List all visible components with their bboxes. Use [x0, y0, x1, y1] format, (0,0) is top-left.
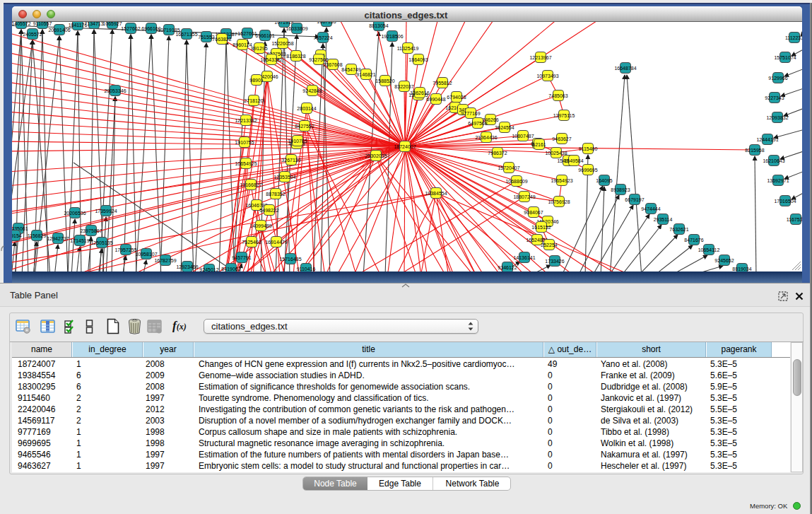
- svg-text:12923466: 12923466: [176, 264, 198, 269]
- svg-text:7625402: 7625402: [242, 240, 261, 245]
- svg-text:9227343: 9227343: [765, 95, 784, 100]
- svg-text:14099489: 14099489: [249, 223, 271, 228]
- svg-text:10756928: 10756928: [548, 199, 570, 204]
- svg-text:13975115: 13975115: [553, 113, 575, 118]
- svg-text:1733426: 1733426: [545, 259, 564, 264]
- svg-text:2367608: 2367608: [323, 62, 342, 67]
- svg-text:8419062: 8419062: [221, 267, 240, 271]
- svg-text:9115460: 9115460: [579, 146, 598, 151]
- svg-text:12353594: 12353594: [273, 175, 295, 180]
- svg-text:25302035: 25302035: [365, 153, 387, 158]
- svg-text:1156829: 1156829: [28, 233, 47, 238]
- svg-text:10654925: 10654925: [235, 161, 257, 166]
- svg-text:2718120: 2718120: [244, 98, 263, 103]
- svg-text:12942737: 12942737: [47, 236, 69, 241]
- svg-text:8813054: 8813054: [369, 23, 388, 28]
- svg-text:17359924: 17359924: [95, 209, 117, 214]
- svg-text:8427552: 8427552: [295, 124, 314, 129]
- svg-text:1112233: 1112233: [785, 35, 802, 40]
- svg-text:9327508: 9327508: [309, 57, 328, 62]
- svg-text:10688609: 10688609: [505, 179, 527, 184]
- svg-text:1864093: 1864093: [408, 57, 428, 62]
- svg-text:8322037: 8322037: [394, 84, 413, 89]
- svg-text:7485063: 7485063: [548, 93, 567, 98]
- svg-text:9457791: 9457791: [232, 255, 251, 260]
- svg-text:7663822: 7663822: [212, 37, 231, 42]
- svg-text:12505135: 12505135: [90, 240, 112, 245]
- svg-text:1362616: 1362616: [410, 90, 429, 95]
- svg-text:16033809: 16033809: [286, 26, 307, 31]
- svg-text:10973493: 10973493: [536, 74, 558, 78]
- svg-text:9146821: 9146821: [356, 72, 375, 77]
- svg-text:8878352: 8878352: [266, 192, 285, 197]
- svg-text:10025438: 10025438: [545, 151, 567, 156]
- svg-text:98901: 98901: [249, 78, 264, 83]
- svg-text:1910755: 1910755: [235, 140, 254, 145]
- svg-text:15751074: 15751074: [774, 55, 796, 60]
- svg-text:18807249: 18807249: [513, 194, 535, 199]
- svg-text:7857224: 7857224: [313, 35, 332, 40]
- svg-text:15716485: 15716485: [279, 257, 301, 262]
- svg-text:23975867: 23975867: [80, 228, 102, 233]
- svg-text:8960124: 8960124: [233, 42, 252, 47]
- svg-text:8938923: 8938923: [611, 187, 630, 192]
- svg-text:1527601: 1527601: [237, 31, 257, 36]
- svg-text:9110557: 9110557: [33, 22, 52, 26]
- svg-text:1405572: 1405572: [12, 22, 31, 26]
- svg-text:19384554: 19384554: [425, 191, 447, 196]
- svg-text:9110416: 9110416: [297, 267, 316, 271]
- svg-text:20206536: 20206536: [64, 211, 86, 216]
- svg-text:9699695: 9699695: [578, 168, 597, 173]
- svg-text:1527602: 1527602: [121, 26, 140, 31]
- svg-text:12213382: 12213382: [235, 118, 257, 123]
- svg-text:9245012: 9245012: [199, 267, 218, 272]
- svg-text:13692971: 13692971: [767, 178, 789, 183]
- svg-text:6497568: 6497568: [468, 121, 487, 126]
- svg-text:8186328: 8186328: [286, 54, 305, 59]
- svg-text:16648784: 16648784: [614, 66, 636, 71]
- svg-text:6794028: 6794028: [447, 95, 466, 100]
- svg-text:8819034: 8819034: [732, 267, 751, 271]
- svg-text:17957255: 17957255: [114, 247, 136, 252]
- svg-text:9129966: 9129966: [768, 76, 787, 81]
- svg-text:1910785: 1910785: [288, 139, 307, 144]
- svg-text:7632621: 7632621: [669, 227, 688, 232]
- svg-text:16671355: 16671355: [175, 32, 197, 37]
- svg-text:3624554: 3624554: [495, 125, 514, 130]
- svg-text:9084067: 9084067: [524, 210, 543, 215]
- svg-text:19218506: 19218506: [381, 34, 403, 39]
- svg-text:2405572: 2405572: [23, 32, 42, 37]
- svg-text:5498222: 5498222: [259, 208, 278, 213]
- svg-text:10654112: 10654112: [698, 247, 720, 252]
- svg-text:9242848: 9242848: [302, 88, 322, 93]
- svg-text:9777169: 9777169: [461, 111, 480, 116]
- svg-text:1714519: 1714519: [70, 238, 89, 243]
- svg-text:14136141: 14136141: [513, 255, 535, 260]
- svg-text:252254: 252254: [541, 243, 557, 247]
- svg-text:12093832: 12093832: [766, 115, 788, 120]
- svg-text:1549584: 1549584: [564, 158, 583, 163]
- svg-text:1167534: 1167534: [787, 217, 802, 222]
- svg-text:10807487: 10807487: [512, 134, 534, 139]
- svg-text:8471676: 8471676: [684, 238, 703, 243]
- svg-text:164095: 164095: [596, 178, 612, 183]
- svg-text:16914479: 16914479: [265, 240, 287, 245]
- svg-text:21364436: 21364436: [475, 135, 497, 140]
- svg-text:6966161: 6966161: [255, 33, 274, 38]
- svg-text:18724007: 18724007: [394, 144, 416, 149]
- svg-text:9463627: 9463627: [552, 136, 571, 141]
- svg-text:39154: 39154: [12, 233, 22, 238]
- svg-text:15720407: 15720407: [498, 165, 519, 170]
- svg-text:12213967: 12213967: [529, 55, 551, 60]
- svg-text:9474444: 9474444: [641, 206, 660, 211]
- svg-text:19654923: 19654923: [551, 178, 572, 183]
- svg-text:8454749: 8454749: [341, 67, 360, 72]
- svg-text:8215958: 8215958: [745, 148, 764, 153]
- svg-text:1667135: 1667135: [317, 22, 336, 24]
- svg-text:7955812: 7955812: [433, 81, 452, 86]
- svg-text:15226058: 15226058: [271, 41, 293, 46]
- svg-text:1588520: 1588520: [375, 78, 394, 83]
- svg-text:12444191: 12444191: [756, 137, 778, 142]
- svg-text:3267130: 3267130: [281, 158, 300, 163]
- svg-text:7986372: 7986372: [488, 151, 507, 156]
